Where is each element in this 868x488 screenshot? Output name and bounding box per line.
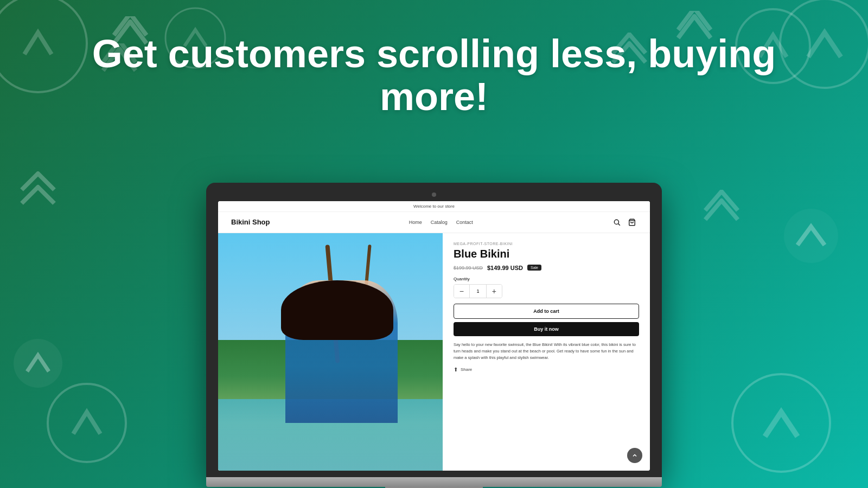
svg-point-4 (14, 339, 62, 388)
quantity-control[interactable]: − 1 + (454, 284, 502, 298)
nav-catalog[interactable]: Catalog (431, 220, 448, 225)
quantity-label: Quantity (454, 277, 639, 281)
scroll-to-top-button[interactable] (627, 448, 642, 463)
original-price: $199.99 USD (454, 265, 483, 271)
store-logo: Bikini Shop (231, 218, 270, 226)
store-header: Bikini Shop Home Catalog Contact (218, 212, 650, 233)
laptop-base (206, 477, 662, 487)
quantity-increase-button[interactable]: + (487, 285, 502, 298)
laptop-screen: Welcome to our store Bikini Shop Home Ca… (218, 201, 650, 471)
product-description: Say hello to your new favorite swimsuit,… (454, 342, 639, 361)
share-label: Share (461, 367, 472, 372)
share-icon: ⬆ (454, 367, 458, 373)
product-price-row: $199.99 USD $149.99 USD Sale (454, 265, 639, 271)
laptop-mockup: Welcome to our store Bikini Shop Home Ca… (206, 183, 662, 489)
search-icon[interactable] (612, 217, 622, 227)
svg-point-8 (614, 220, 618, 224)
store-ui: Welcome to our store Bikini Shop Home Ca… (218, 201, 650, 471)
sale-price: $149.99 USD (487, 265, 523, 271)
nav-home[interactable]: Home (409, 220, 422, 225)
main-headline: Get customers scrolling less, buying mor… (0, 33, 868, 118)
quantity-decrease-button[interactable]: − (454, 285, 469, 298)
svg-point-6 (784, 209, 838, 263)
nav-contact[interactable]: Contact (456, 220, 473, 225)
product-details: MEGA-PROFIT-STORE-BIKINI Blue Bikini $19… (443, 233, 650, 471)
svg-point-3 (48, 384, 126, 462)
laptop-camera (432, 192, 436, 197)
product-vendor: MEGA-PROFIT-STORE-BIKINI (454, 242, 639, 246)
add-to-cart-button[interactable]: Add to cart (454, 304, 639, 319)
svg-point-5 (732, 374, 830, 472)
store-nav: Home Catalog Contact (409, 220, 473, 225)
svg-line-9 (618, 223, 620, 225)
header-icons (612, 217, 637, 227)
cart-icon[interactable] (627, 217, 637, 227)
buy-now-button[interactable]: Buy it now (454, 322, 639, 336)
store-main-content: MEGA-PROFIT-STORE-BIKINI Blue Bikini $19… (218, 233, 650, 471)
product-image-area (218, 233, 443, 471)
quantity-value: 1 (469, 285, 487, 298)
store-top-bar: Welcome to our store (218, 201, 650, 212)
share-row[interactable]: ⬆ Share (454, 367, 639, 373)
sale-badge: Sale (527, 265, 541, 271)
product-title: Blue Bikini (454, 248, 639, 260)
